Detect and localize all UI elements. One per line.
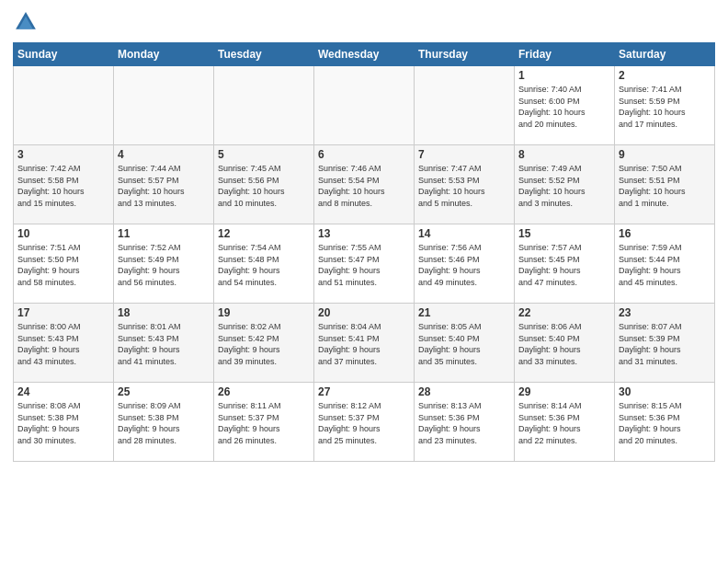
calendar-cell: 25Sunrise: 8:09 AM Sunset: 5:38 PM Dayli… [114,383,214,462]
day-info: Sunrise: 7:47 AM Sunset: 5:53 PM Dayligh… [418,163,510,209]
day-info: Sunrise: 8:07 AM Sunset: 5:39 PM Dayligh… [619,321,711,367]
day-info: Sunrise: 7:59 AM Sunset: 5:44 PM Dayligh… [619,242,711,288]
day-info: Sunrise: 7:40 AM Sunset: 6:00 PM Dayligh… [518,84,610,130]
day-number: 20 [318,306,410,319]
day-info: Sunrise: 7:49 AM Sunset: 5:52 PM Dayligh… [518,163,610,209]
calendar-cell [14,66,114,145]
calendar-cell: 29Sunrise: 8:14 AM Sunset: 5:36 PM Dayli… [515,383,615,462]
weekday-header-friday: Friday [515,43,615,66]
day-info: Sunrise: 7:55 AM Sunset: 5:47 PM Dayligh… [318,242,410,288]
day-number: 14 [418,227,510,240]
day-number: 5 [218,148,310,161]
calendar-cell: 9Sunrise: 7:50 AM Sunset: 5:51 PM Daylig… [615,145,715,224]
calendar-cell: 18Sunrise: 8:01 AM Sunset: 5:43 PM Dayli… [114,304,214,383]
day-info: Sunrise: 7:42 AM Sunset: 5:58 PM Dayligh… [17,163,109,209]
calendar-cell: 12Sunrise: 7:54 AM Sunset: 5:48 PM Dayli… [214,224,314,304]
day-info: Sunrise: 7:57 AM Sunset: 5:45 PM Dayligh… [518,242,610,288]
calendar-cell [314,66,415,145]
day-number: 29 [518,385,610,398]
calendar-week-5: 24Sunrise: 8:08 AM Sunset: 5:38 PM Dayli… [14,383,715,462]
weekday-header-saturday: Saturday [615,43,715,66]
day-info: Sunrise: 8:15 AM Sunset: 5:36 PM Dayligh… [619,400,711,446]
day-number: 13 [318,227,410,240]
calendar-cell: 5Sunrise: 7:45 AM Sunset: 5:56 PM Daylig… [214,145,314,224]
day-info: Sunrise: 7:46 AM Sunset: 5:54 PM Dayligh… [318,163,410,209]
calendar-cell: 14Sunrise: 7:56 AM Sunset: 5:46 PM Dayli… [415,224,515,304]
day-info: Sunrise: 8:09 AM Sunset: 5:38 PM Dayligh… [118,400,210,446]
calendar-cell: 7Sunrise: 7:47 AM Sunset: 5:53 PM Daylig… [415,145,515,224]
day-number: 2 [619,69,711,82]
calendar-cell [415,66,515,145]
calendar-cell: 2Sunrise: 7:41 AM Sunset: 5:59 PM Daylig… [615,66,715,145]
calendar-week-1: 1Sunrise: 7:40 AM Sunset: 6:00 PM Daylig… [14,66,715,145]
weekday-header-monday: Monday [114,43,214,66]
day-info: Sunrise: 7:51 AM Sunset: 5:50 PM Dayligh… [17,242,109,288]
calendar-cell: 13Sunrise: 7:55 AM Sunset: 5:47 PM Dayli… [314,224,415,304]
calendar-cell: 26Sunrise: 8:11 AM Sunset: 5:37 PM Dayli… [214,383,314,462]
calendar-cell: 30Sunrise: 8:15 AM Sunset: 5:36 PM Dayli… [615,383,715,462]
day-info: Sunrise: 7:52 AM Sunset: 5:49 PM Dayligh… [118,242,210,288]
day-info: Sunrise: 7:41 AM Sunset: 5:59 PM Dayligh… [619,84,711,130]
header [13,9,715,35]
day-info: Sunrise: 8:01 AM Sunset: 5:43 PM Dayligh… [118,321,210,367]
day-number: 15 [518,227,610,240]
weekday-header-sunday: Sunday [14,43,114,66]
calendar-cell: 20Sunrise: 8:04 AM Sunset: 5:41 PM Dayli… [314,304,415,383]
day-info: Sunrise: 7:54 AM Sunset: 5:48 PM Dayligh… [218,242,310,288]
day-number: 7 [418,148,510,161]
calendar-cell: 4Sunrise: 7:44 AM Sunset: 5:57 PM Daylig… [114,145,214,224]
calendar-cell: 24Sunrise: 8:08 AM Sunset: 5:38 PM Dayli… [14,383,114,462]
calendar-cell: 15Sunrise: 7:57 AM Sunset: 5:45 PM Dayli… [515,224,615,304]
day-number: 19 [218,306,310,319]
calendar-cell: 27Sunrise: 8:12 AM Sunset: 5:37 PM Dayli… [314,383,415,462]
weekday-header-tuesday: Tuesday [214,43,314,66]
calendar-week-4: 17Sunrise: 8:00 AM Sunset: 5:43 PM Dayli… [14,304,715,383]
day-number: 17 [17,306,109,319]
day-info: Sunrise: 8:05 AM Sunset: 5:40 PM Dayligh… [418,321,510,367]
day-number: 10 [17,227,109,240]
calendar-cell [114,66,214,145]
calendar-cell: 23Sunrise: 8:07 AM Sunset: 5:39 PM Dayli… [615,304,715,383]
day-info: Sunrise: 8:11 AM Sunset: 5:37 PM Dayligh… [218,400,310,446]
day-info: Sunrise: 8:13 AM Sunset: 5:36 PM Dayligh… [418,400,510,446]
calendar-cell: 28Sunrise: 8:13 AM Sunset: 5:36 PM Dayli… [415,383,515,462]
calendar-table: SundayMondayTuesdayWednesdayThursdayFrid… [13,42,715,462]
day-info: Sunrise: 8:14 AM Sunset: 5:36 PM Dayligh… [518,400,610,446]
day-info: Sunrise: 7:50 AM Sunset: 5:51 PM Dayligh… [619,163,711,209]
calendar-cell: 22Sunrise: 8:06 AM Sunset: 5:40 PM Dayli… [515,304,615,383]
day-info: Sunrise: 7:44 AM Sunset: 5:57 PM Dayligh… [118,163,210,209]
day-info: Sunrise: 8:04 AM Sunset: 5:41 PM Dayligh… [318,321,410,367]
calendar-cell: 19Sunrise: 8:02 AM Sunset: 5:42 PM Dayli… [214,304,314,383]
day-number: 25 [118,385,210,398]
day-info: Sunrise: 8:02 AM Sunset: 5:42 PM Dayligh… [218,321,310,367]
day-info: Sunrise: 7:56 AM Sunset: 5:46 PM Dayligh… [418,242,510,288]
day-number: 26 [218,385,310,398]
day-number: 8 [518,148,610,161]
calendar-cell [214,66,314,145]
day-number: 11 [118,227,210,240]
calendar-cell: 8Sunrise: 7:49 AM Sunset: 5:52 PM Daylig… [515,145,615,224]
day-number: 23 [619,306,711,319]
day-info: Sunrise: 8:00 AM Sunset: 5:43 PM Dayligh… [17,321,109,367]
page-container: SundayMondayTuesdayWednesdayThursdayFrid… [0,0,728,467]
day-number: 4 [118,148,210,161]
calendar-cell: 16Sunrise: 7:59 AM Sunset: 5:44 PM Dayli… [615,224,715,304]
day-number: 27 [318,385,410,398]
day-number: 24 [17,385,109,398]
calendar-cell: 11Sunrise: 7:52 AM Sunset: 5:49 PM Dayli… [114,224,214,304]
weekday-header-wednesday: Wednesday [314,43,415,66]
logo-icon [13,9,39,35]
calendar-cell: 10Sunrise: 7:51 AM Sunset: 5:50 PM Dayli… [14,224,114,304]
day-number: 16 [619,227,711,240]
day-info: Sunrise: 8:12 AM Sunset: 5:37 PM Dayligh… [318,400,410,446]
calendar-cell: 6Sunrise: 7:46 AM Sunset: 5:54 PM Daylig… [314,145,415,224]
day-number: 6 [318,148,410,161]
calendar-cell: 17Sunrise: 8:00 AM Sunset: 5:43 PM Dayli… [14,304,114,383]
day-number: 28 [418,385,510,398]
calendar-cell: 1Sunrise: 7:40 AM Sunset: 6:00 PM Daylig… [515,66,615,145]
day-number: 1 [518,69,610,82]
day-number: 21 [418,306,510,319]
day-number: 18 [118,306,210,319]
day-number: 22 [518,306,610,319]
day-number: 12 [218,227,310,240]
